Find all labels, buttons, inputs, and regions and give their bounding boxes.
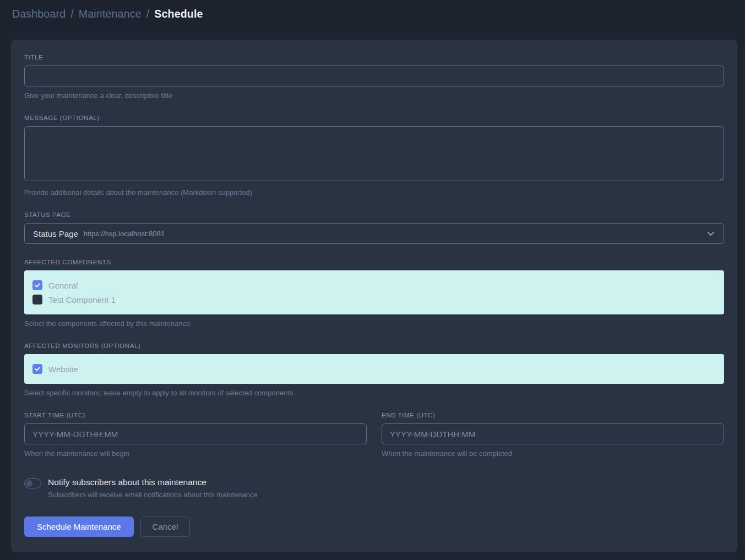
component-option-test-component-1[interactable]: Test Component 1 xyxy=(32,293,716,306)
component-option-general[interactable]: General xyxy=(32,279,716,292)
breadcrumb-separator: / xyxy=(70,8,74,20)
status-page-label: STATUS PAGE xyxy=(24,211,724,218)
affected-components-helper: Select the components affected by this m… xyxy=(24,319,724,328)
affected-components-label: AFFECTED COMPONENTS xyxy=(24,259,724,265)
affected-monitors-label: AFFECTED MONITORS (OPTIONAL) xyxy=(24,342,724,349)
form-actions: Schedule Maintenance Cancel xyxy=(24,516,724,537)
cancel-button[interactable]: Cancel xyxy=(140,516,191,537)
breadcrumb-separator: / xyxy=(146,8,150,20)
start-time-label: START TIME (UTC) xyxy=(24,412,367,418)
affected-monitors-section: AFFECTED MONITORS (OPTIONAL) Website Sel… xyxy=(24,342,724,397)
message-section: MESSAGE (OPTIONAL) Provide additional de… xyxy=(24,115,724,197)
title-label: TITLE xyxy=(24,54,724,61)
status-page-select[interactable]: Status Page https://hsp.localhost:8081 xyxy=(24,223,724,244)
affected-components-section: AFFECTED COMPONENTS General Test Compone… xyxy=(24,259,724,328)
checkbox-icon[interactable] xyxy=(32,364,42,374)
end-time-input[interactable] xyxy=(382,423,724,444)
checkbox-icon[interactable] xyxy=(32,295,42,305)
message-helper: Provide additional details about the mai… xyxy=(24,188,724,197)
start-time-field: START TIME (UTC) When the maintenance wi… xyxy=(24,412,367,458)
title-section: TITLE Give your maintenance a clear, des… xyxy=(24,54,724,100)
monitor-option-website[interactable]: Website xyxy=(32,362,716,376)
status-page-selected-name: Status Page xyxy=(33,229,78,238)
notify-helper: Subscribers will receive email notificat… xyxy=(48,491,258,499)
title-input[interactable] xyxy=(24,66,724,86)
checkmark-icon xyxy=(34,282,41,289)
notify-text: Notify subscribers about this maintenanc… xyxy=(48,477,258,499)
end-time-helper: When the maintenance will be completed xyxy=(382,449,724,458)
component-option-label: General xyxy=(48,281,78,290)
schedule-maintenance-form: TITLE Give your maintenance a clear, des… xyxy=(11,40,737,552)
affected-monitors-helper: Select specific monitors; leave empty to… xyxy=(24,389,724,397)
notify-subscribers-section: Notify subscribers about this maintenanc… xyxy=(24,477,724,499)
title-helper: Give your maintenance a clear, descripti… xyxy=(24,91,724,100)
status-page-selected-url: https://hsp.localhost:8081 xyxy=(84,230,165,238)
top-bar: Dashboard / Maintenance / Schedule xyxy=(0,0,745,28)
affected-components-panel: General Test Component 1 xyxy=(24,270,724,314)
breadcrumb-current-schedule: Schedule xyxy=(154,8,203,20)
message-label: MESSAGE (OPTIONAL) xyxy=(24,115,724,121)
end-time-field: END TIME (UTC) When the maintenance will… xyxy=(382,412,724,458)
toggle-knob xyxy=(26,480,32,487)
schedule-maintenance-button[interactable]: Schedule Maintenance xyxy=(24,516,134,537)
time-range-section: START TIME (UTC) When the maintenance wi… xyxy=(24,412,724,458)
notify-toggle[interactable] xyxy=(24,479,41,488)
notify-label: Notify subscribers about this maintenanc… xyxy=(48,477,258,487)
end-time-label: END TIME (UTC) xyxy=(382,412,724,418)
breadcrumb-link-maintenance[interactable]: Maintenance xyxy=(79,8,142,20)
chevron-down-icon xyxy=(706,229,715,238)
affected-monitors-panel: Website xyxy=(24,354,724,384)
start-time-helper: When the maintenance will begin xyxy=(24,449,367,458)
checkmark-icon xyxy=(34,366,41,372)
checkbox-icon[interactable] xyxy=(32,280,42,290)
status-page-section: STATUS PAGE Status Page https://hsp.loca… xyxy=(24,211,724,244)
message-textarea[interactable] xyxy=(24,126,724,181)
breadcrumb-link-dashboard[interactable]: Dashboard xyxy=(12,8,66,20)
start-time-input[interactable] xyxy=(24,423,367,444)
breadcrumb: Dashboard / Maintenance / Schedule xyxy=(12,8,203,20)
monitor-option-label: Website xyxy=(48,365,78,374)
component-option-label: Test Component 1 xyxy=(48,295,116,305)
